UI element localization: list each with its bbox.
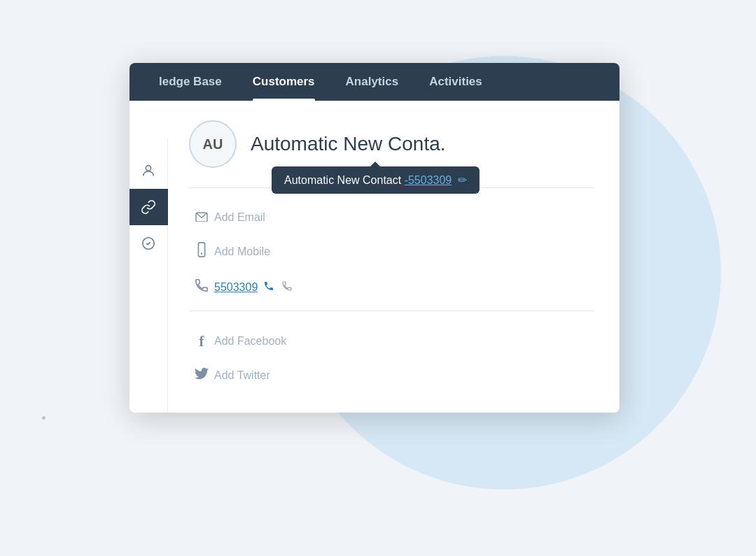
- email-placeholder[interactable]: Add Email: [214, 211, 265, 224]
- phone-alt-icon[interactable]: [281, 280, 293, 294]
- facebook-placeholder[interactable]: Add Facebook: [214, 335, 286, 348]
- field-phone: 5503309: [189, 269, 594, 305]
- sidebar-icon-check[interactable]: [130, 225, 168, 262]
- nav-item-activities[interactable]: Activities: [414, 63, 498, 101]
- field-twitter: Add Twitter: [189, 359, 594, 392]
- sidebar: [130, 138, 168, 413]
- nav-item-knowledge-base[interactable]: ledge Base: [144, 63, 237, 101]
- email-icon: [189, 209, 214, 225]
- contact-header: AU Automatic New Conta. Automatic New Co…: [189, 120, 594, 168]
- sidebar-icon-person[interactable]: [130, 152, 168, 189]
- contact-name-tooltip: Automatic New Contact -5503309 ✏: [272, 166, 479, 194]
- sidebar-icon-link[interactable]: [130, 189, 168, 225]
- main-card: ledge Base Customers Analytics Activitie…: [130, 63, 620, 413]
- facebook-icon: f: [189, 332, 214, 350]
- contact-name: Automatic New Conta.: [251, 133, 446, 155]
- phone-number[interactable]: 5503309: [214, 281, 258, 294]
- nav-bar: ledge Base Customers Analytics Activitie…: [130, 63, 620, 101]
- dot-grid-decoration: for(let i=0;i<36;i++){ document.currentS…: [42, 416, 126, 500]
- avatar: AU: [189, 120, 237, 168]
- mobile-icon: [189, 242, 214, 261]
- field-email: Add Email: [189, 201, 594, 234]
- nav-item-analytics[interactable]: Analytics: [330, 63, 414, 101]
- phone-action-icons: [263, 280, 293, 294]
- phone-call-icon[interactable]: [263, 280, 274, 294]
- phone-icon: [189, 278, 214, 297]
- tooltip-phone-link[interactable]: -5503309: [405, 174, 452, 186]
- twitter-icon: [189, 367, 214, 383]
- field-mobile: Add Mobile: [189, 234, 594, 269]
- mobile-placeholder[interactable]: Add Mobile: [214, 245, 270, 258]
- svg-point-0: [146, 166, 150, 171]
- divider-middle: [189, 311, 594, 311]
- nav-item-customers[interactable]: Customers: [237, 63, 330, 101]
- field-facebook: f Add Facebook: [189, 324, 594, 359]
- twitter-placeholder[interactable]: Add Twitter: [214, 369, 270, 382]
